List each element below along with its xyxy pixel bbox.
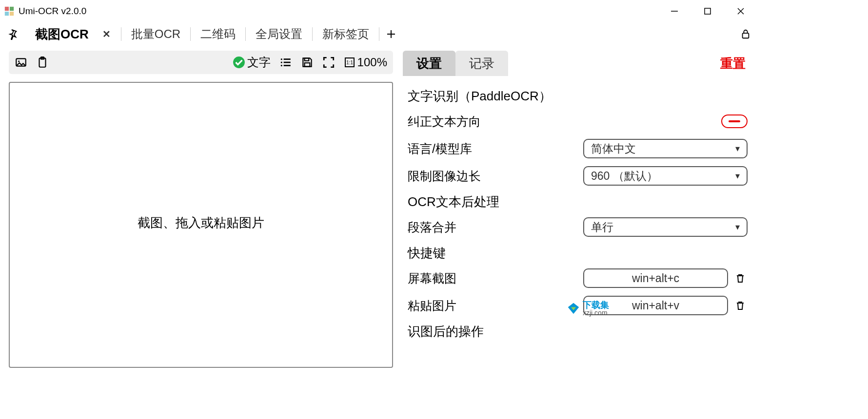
minimize-button[interactable]	[658, 0, 691, 22]
settings-panel: 文字识别（PaddleOCR） 纠正文本方向 语言/模型库 简体中文 ▾	[403, 76, 752, 368]
tab-label: 全局设置	[256, 26, 302, 42]
left-pane: 文字 1:1 100% 截图、拖入或粘贴图片	[9, 51, 393, 368]
svg-rect-2	[5, 12, 9, 16]
svg-point-19	[280, 58, 282, 60]
label-language: 语言/模型库	[408, 141, 583, 157]
app-icon	[4, 6, 15, 17]
pin-icon[interactable]	[4, 25, 21, 43]
chevron-down-icon: ▾	[735, 143, 740, 154]
label-direction: 纠正文本方向	[408, 114, 721, 130]
tab-screenshot-ocr[interactable]: 截图OCR ✕	[25, 22, 121, 46]
row-hotkey-screenshot: 屏幕截图 win+alt+c	[408, 267, 748, 289]
image-icon[interactable]	[15, 56, 27, 69]
tab-qrcode[interactable]: 二维码	[191, 22, 245, 46]
row-hotkey-paste: 粘贴图片 win+alt+v	[408, 295, 748, 316]
lock-icon[interactable]	[734, 29, 757, 39]
tab-batch-ocr[interactable]: 批量OCR	[121, 22, 190, 46]
svg-rect-23	[304, 63, 310, 67]
select-limit-value: 960 （默认）	[591, 169, 658, 184]
label-paragraph: 段落合并	[408, 219, 583, 235]
svg-rect-1	[10, 7, 14, 11]
select-paragraph-value: 单行	[591, 220, 613, 235]
right-tab-settings[interactable]: 设置	[403, 51, 455, 76]
right-tab-log[interactable]: 记录	[455, 51, 508, 76]
tab-label: 批量OCR	[131, 26, 180, 42]
close-button[interactable]	[724, 0, 757, 22]
save-icon[interactable]	[301, 56, 314, 69]
tab-label: 截图OCR	[35, 26, 89, 43]
tab-close-icon[interactable]: ✕	[102, 28, 111, 40]
chevron-down-icon: ▾	[735, 222, 740, 232]
maximize-button[interactable]	[691, 0, 724, 22]
svg-point-12	[18, 60, 20, 62]
tab-label: 新标签页	[322, 26, 369, 42]
fullscreen-icon[interactable]	[322, 56, 335, 69]
main-area: 文字 1:1 100% 截图、拖入或粘贴图片 设置 记录 重置 文字识别（Pad…	[0, 46, 761, 368]
section-ocr-engine: 文字识别（PaddleOCR）	[406, 81, 750, 111]
trash-icon[interactable]	[733, 271, 748, 286]
svg-text:1:1: 1:1	[346, 60, 353, 65]
zoom-level[interactable]: 1:1 100%	[344, 56, 387, 69]
right-tabs: 设置 记录 重置	[403, 51, 752, 76]
row-language: 语言/模型库 简体中文 ▾	[408, 138, 748, 159]
right-pane: 设置 记录 重置 文字识别（PaddleOCR） 纠正文本方向 语言/模型库 简…	[403, 51, 752, 368]
window-title: Umi-OCR v2.0.0	[19, 6, 86, 17]
tab-new[interactable]: 新标签页	[313, 22, 379, 46]
svg-rect-10	[743, 33, 749, 38]
tab-global-settings[interactable]: 全局设置	[246, 22, 312, 46]
section-hotkeys: 快捷键	[406, 238, 750, 267]
hotkey-screenshot-input[interactable]: win+alt+c	[583, 268, 728, 288]
section-postprocess: OCR文本后处理	[406, 187, 750, 216]
list-icon[interactable]	[279, 56, 292, 69]
toggle-direction[interactable]	[721, 114, 748, 128]
titlebar: Umi-OCR v2.0.0	[0, 0, 761, 22]
row-paragraph: 段落合并 单行 ▾	[408, 216, 748, 238]
image-canvas[interactable]: 截图、拖入或粘贴图片	[9, 82, 393, 368]
label-hotkey-screenshot: 屏幕截图	[408, 270, 583, 286]
svg-rect-0	[5, 7, 9, 11]
svg-rect-5	[705, 8, 710, 14]
svg-point-20	[280, 61, 282, 63]
mode-label: 文字	[247, 55, 271, 70]
select-limit[interactable]: 960 （默认） ▾	[583, 166, 748, 186]
reset-button[interactable]: 重置	[720, 51, 752, 76]
label-limit: 限制图像边长	[408, 168, 583, 184]
select-paragraph[interactable]: 单行 ▾	[583, 217, 748, 237]
section-after: 识图后的操作	[406, 316, 750, 346]
tab-strip: 截图OCR ✕ 批量OCR 二维码 全局设置 新标签页	[0, 22, 761, 46]
svg-rect-3	[10, 12, 14, 16]
row-direction: 纠正文本方向	[408, 111, 748, 132]
canvas-hint: 截图、拖入或粘贴图片	[138, 214, 264, 231]
select-language-value: 简体中文	[591, 141, 636, 156]
add-tab-button[interactable]	[379, 29, 403, 39]
left-toolbar: 文字 1:1 100%	[9, 51, 393, 74]
zoom-value: 100%	[357, 56, 387, 69]
select-language[interactable]: 简体中文 ▾	[583, 139, 748, 158]
tab-label: 二维码	[200, 26, 236, 42]
svg-rect-22	[304, 58, 309, 60]
row-limit: 限制图像边长 960 （默认） ▾	[408, 165, 748, 187]
hotkey-paste-input[interactable]: win+alt+v	[583, 296, 728, 315]
chevron-down-icon: ▾	[735, 171, 740, 181]
label-hotkey-paste: 粘贴图片	[408, 298, 583, 314]
clipboard-icon[interactable]	[36, 56, 49, 69]
mode-text[interactable]: 文字	[233, 55, 271, 70]
svg-point-21	[280, 65, 282, 66]
trash-icon[interactable]	[733, 298, 748, 313]
